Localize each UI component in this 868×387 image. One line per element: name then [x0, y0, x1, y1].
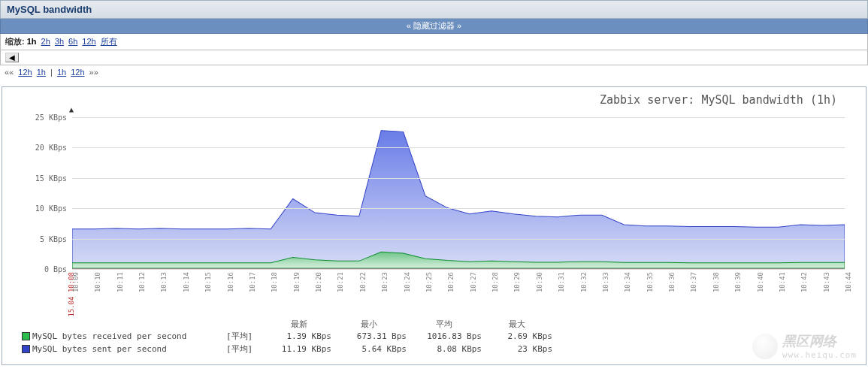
- time-slider-row: ◀: [0, 50, 868, 65]
- legend-row: MySQL bytes sent per second[平均]11.19 KBp…: [22, 343, 852, 355]
- xtick: 10:14: [183, 272, 190, 292]
- ytick-label: 5 KBps: [16, 234, 67, 243]
- ytick-label: 0 Bps: [16, 265, 67, 274]
- zoom-1h[interactable]: 1h: [27, 37, 37, 46]
- xtick: 10:30: [536, 272, 543, 292]
- page-header: MySQL bandwidth: [0, 0, 868, 19]
- xtick: 10:10: [94, 272, 101, 292]
- ytick-label: 20 KBps: [16, 144, 67, 152]
- xtick: 10:22: [359, 272, 367, 292]
- xtick: 10:40: [757, 272, 764, 292]
- series-0: [72, 131, 845, 268]
- legend-swatch: [22, 332, 30, 340]
- x-axis: 15.04 10:0810:0910:1010:1110:1210:1310:1…: [72, 269, 845, 299]
- legend-agg: [平均]: [226, 331, 267, 342]
- legend-swatch: [22, 345, 30, 353]
- ytick-label: 25 KBps: [16, 113, 67, 122]
- chart-plot: ▲ 0 Bps5 KBps10 KBps15 KBps20 KBps25 KBp…: [72, 111, 845, 269]
- legend-col-latest: 最新: [267, 319, 331, 330]
- xtick: 10:41: [779, 272, 786, 292]
- filter-toggle[interactable]: 隐藏过滤器: [0, 19, 868, 34]
- slider-prev-button[interactable]: ◀: [5, 53, 19, 62]
- gridline: [72, 147, 845, 148]
- nav-back-12h[interactable]: 12h: [18, 68, 32, 77]
- xtick: 10:21: [337, 272, 344, 292]
- xtick: 10:35: [646, 272, 654, 292]
- nav-back-1h[interactable]: 1h: [37, 68, 46, 77]
- legend-min: 673.31 Bps: [331, 331, 407, 341]
- legend-header: 最新 最小 平均 最大: [22, 319, 852, 330]
- xtick: 10:37: [690, 272, 697, 292]
- watermark-url: www.heiqu.com: [782, 350, 857, 360]
- chart-svg: [72, 111, 845, 268]
- xtick: 10:11: [116, 272, 124, 292]
- xtick: 10:31: [558, 272, 565, 292]
- xtick: 10:42: [800, 272, 808, 292]
- chart-container: Zabbix server: MySQL bandwidth (1h) ▲ 0 …: [2, 86, 866, 365]
- xtick: 10:28: [491, 272, 499, 292]
- legend-min: 5.64 KBps: [331, 344, 407, 354]
- legend: 最新 最小 平均 最大 MySQL bytes received per sec…: [22, 319, 852, 355]
- legend-avg: 8.08 KBps: [407, 344, 482, 354]
- xtick: 10:36: [668, 272, 676, 292]
- legend-agg: [平均]: [226, 343, 267, 355]
- xtick: 10:13: [160, 272, 168, 292]
- watermark: 黑区网络 www.heiqu.com: [752, 332, 857, 360]
- xtick: 10:15: [204, 272, 212, 292]
- nav-fwd-1h[interactable]: 1h: [57, 68, 66, 77]
- gridline: [72, 239, 845, 240]
- xtick: 10:39: [734, 272, 742, 292]
- gridline: [72, 208, 845, 209]
- chart-title: Zabbix server: MySQL bandwidth (1h): [16, 90, 852, 111]
- xtick: 10:18: [271, 272, 278, 292]
- xtick: 10:43: [823, 272, 830, 292]
- xtick: 10:16: [227, 272, 234, 292]
- xtick: 10:27: [470, 272, 477, 292]
- xtick: 10:23: [381, 272, 389, 292]
- xtick: 10:32: [580, 272, 588, 292]
- legend-latest: 11.19 KBps: [267, 344, 331, 354]
- legend-series-name: MySQL bytes sent per second: [32, 344, 226, 354]
- legend-avg: 1016.83 Bps: [407, 331, 482, 341]
- chart-series: [72, 111, 845, 268]
- zoom-所有[interactable]: 所有: [101, 37, 117, 46]
- nav-right-double: »»: [89, 68, 98, 77]
- gridline: [72, 178, 845, 179]
- xtick: 10:20: [315, 272, 322, 292]
- zoom-3h[interactable]: 3h: [55, 37, 64, 46]
- legend-latest: 1.39 KBps: [267, 331, 331, 341]
- nav-sep: |: [50, 68, 53, 77]
- zoom-bar: 缩放: 1h2h3h6h12h所有: [0, 34, 868, 50]
- xtick: 10:34: [624, 272, 631, 292]
- ytick-label: 10 KBps: [16, 204, 67, 213]
- gridline: [72, 117, 845, 118]
- xtick: 10:44: [845, 272, 852, 292]
- legend-col-max: 最大: [482, 319, 552, 330]
- ytick-label: 15 KBps: [16, 174, 67, 182]
- xtick: 10:19: [293, 272, 301, 292]
- page-title: MySQL bandwidth: [7, 4, 861, 15]
- xtick: 10:17: [249, 272, 256, 292]
- legend-max: 2.69 KBps: [482, 331, 552, 341]
- nav-fwd-12h[interactable]: 12h: [71, 68, 84, 77]
- xtick: 10:26: [447, 272, 455, 292]
- legend-col-min: 最小: [331, 319, 407, 330]
- legend-col-avg: 平均: [407, 319, 482, 330]
- legend-series-name: MySQL bytes received per second: [32, 331, 226, 341]
- nav-left-links: 12h1h: [16, 68, 48, 77]
- zoom-6h[interactable]: 6h: [68, 37, 77, 46]
- zoom-links: 1h2h3h6h12h所有: [27, 37, 122, 46]
- nav-right-links: 1h12h: [55, 68, 87, 77]
- legend-row: MySQL bytes received per second[平均]1.39 …: [22, 330, 852, 343]
- zoom-label: 缩放:: [5, 37, 25, 46]
- xtick: 10:29: [513, 272, 521, 292]
- legend-max: 23 KBps: [482, 344, 552, 354]
- xtick: 10:33: [602, 272, 609, 292]
- time-nav: «« 12h1h | 1h12h »»: [0, 65, 868, 79]
- nav-left-double: ««: [5, 68, 14, 77]
- xtick: 10:25: [425, 272, 433, 292]
- zoom-12h[interactable]: 12h: [82, 37, 95, 46]
- zoom-2h[interactable]: 2h: [41, 37, 50, 46]
- watermark-logo-icon: [752, 334, 778, 359]
- filter-toggle-label: 隐藏过滤器: [407, 21, 461, 30]
